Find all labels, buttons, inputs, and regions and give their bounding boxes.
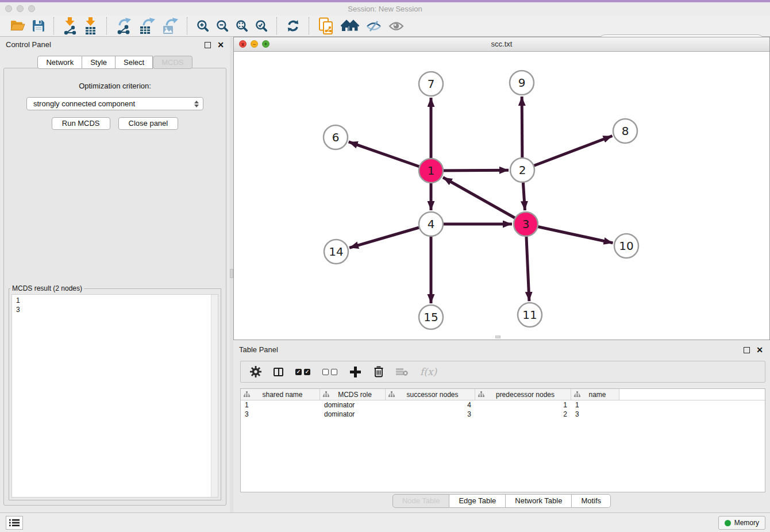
close-panel-icon[interactable]: ✕ (217, 41, 224, 48)
clone-network-button[interactable] (318, 17, 334, 35)
tab-network-table[interactable]: Network Table (506, 494, 572, 508)
table-cell[interactable]: 1 (571, 401, 619, 409)
tab-node-table[interactable]: Node Table (392, 494, 450, 508)
import-network-button[interactable] (63, 17, 77, 35)
gear-icon (250, 366, 261, 377)
run-mcds-button[interactable]: Run MCDS (52, 117, 110, 130)
edge-3-10[interactable] (526, 224, 613, 243)
node-14[interactable] (324, 240, 348, 264)
first-neighbors-button[interactable] (341, 20, 359, 32)
node-6[interactable] (324, 125, 348, 149)
table-cell[interactable]: dominator (320, 410, 386, 418)
tab-style[interactable]: Style (82, 56, 116, 69)
task-history-button[interactable] (6, 516, 23, 530)
table-cell[interactable]: dominator (320, 401, 386, 409)
zoom-selected-button[interactable] (255, 20, 268, 32)
table-row[interactable]: 3dominator323 (241, 410, 765, 419)
refresh-button[interactable] (286, 19, 300, 33)
hide-selected-button[interactable] (366, 20, 382, 32)
table-row[interactable]: 1dominator411 (241, 400, 765, 410)
network-maximize-button[interactable]: + (262, 40, 270, 48)
table-body: 1dominator4113dominator323 (241, 400, 765, 419)
network-minimize-button[interactable]: – (251, 40, 258, 48)
node-4[interactable] (419, 212, 443, 236)
open-session-button[interactable] (10, 20, 25, 32)
trash-icon (374, 366, 384, 377)
show-all-button[interactable] (388, 21, 404, 32)
node-15[interactable] (419, 305, 443, 329)
node-11[interactable] (518, 303, 542, 327)
attribute-tree-icon (388, 391, 395, 398)
close-table-panel-icon[interactable]: ✕ (756, 346, 763, 353)
zoom-fit-button[interactable] (236, 20, 248, 32)
node-2[interactable] (510, 158, 534, 182)
zoom-in-button[interactable] (197, 20, 209, 32)
network-title: scc.txt (234, 37, 769, 51)
float-table-panel-icon[interactable] (744, 347, 750, 353)
optimization-criterion-dropdown[interactable]: strongly connected component (26, 97, 203, 110)
refresh-icon (286, 19, 300, 33)
import-network-icon (63, 17, 77, 35)
tab-mcds[interactable]: MCDS (153, 56, 192, 69)
import-table-button[interactable] (84, 17, 98, 35)
zoom-out-button[interactable] (216, 20, 229, 32)
edge-3-1[interactable] (443, 178, 526, 224)
column-header-name[interactable]: name (571, 389, 619, 400)
select-all-button[interactable]: ✓ ✓ (295, 369, 310, 375)
control-panel-header: Control Panel ✕ (0, 37, 230, 53)
float-panel-icon[interactable] (205, 42, 211, 48)
close-panel-button[interactable]: Close panel (118, 117, 179, 130)
column-header-predecessor-nodes[interactable]: predecessor nodes (475, 389, 571, 400)
network-window: x – + scc.txt 7968124314101511 (233, 37, 770, 340)
split-panel-icon[interactable] (274, 368, 283, 376)
table-panel-header: Table Panel ✕ (233, 342, 770, 357)
session-title: Session: New Session (0, 2, 770, 16)
table-cell[interactable]: 3 (241, 410, 320, 418)
export-network-button[interactable] (116, 17, 132, 34)
mcds-panel: Optimization criterion: strongly connect… (3, 68, 226, 506)
network-close-button[interactable]: x (239, 40, 247, 48)
main-titlebar: Session: New Session (0, 2, 770, 16)
table-cell[interactable]: 1 (241, 401, 320, 409)
table-cell[interactable]: 3 (386, 410, 475, 418)
table-cell[interactable]: 4 (386, 401, 475, 409)
column-header-successor-nodes[interactable]: successor nodes (386, 389, 475, 400)
add-column-button[interactable] (349, 366, 361, 378)
save-session-button[interactable] (32, 20, 45, 32)
network-window-titlebar[interactable]: x – + scc.txt (234, 37, 769, 52)
export-image-button[interactable] (162, 17, 178, 34)
table-cell[interactable]: 3 (571, 410, 619, 418)
node-7[interactable] (419, 72, 443, 96)
export-table-button[interactable] (139, 17, 155, 34)
tab-edge-table[interactable]: Edge Table (449, 494, 506, 508)
node-1[interactable] (419, 159, 443, 183)
close-window-button[interactable] (5, 5, 12, 12)
table-tabs: Node TableEdge TableNetwork TableMotifs (233, 494, 770, 508)
delete-table-button[interactable] (396, 368, 408, 376)
zoom-window-button[interactable] (28, 5, 35, 12)
tab-motifs[interactable]: Motifs (572, 494, 611, 508)
zoom-out-icon (216, 20, 229, 32)
column-header-mcds-role[interactable]: MCDS role (320, 389, 386, 400)
tab-network[interactable]: Network (37, 56, 82, 69)
minimize-window-button[interactable] (17, 5, 24, 12)
node-10[interactable] (614, 234, 638, 258)
node-3[interactable] (514, 212, 538, 236)
table-cell[interactable]: 2 (475, 410, 571, 418)
mcds-result-area[interactable]: 1 3 (11, 294, 218, 498)
memory-button[interactable]: Memory (718, 516, 765, 530)
table-settings-button[interactable] (250, 366, 261, 377)
node-9[interactable] (510, 71, 534, 95)
function-builder-button[interactable]: f(x) (420, 366, 437, 377)
network-bottom-grip[interactable] (495, 336, 500, 338)
node-8[interactable] (613, 119, 637, 143)
deselect-all-button[interactable] (322, 369, 337, 375)
column-header-shared-name[interactable]: shared name (241, 389, 320, 400)
result-scrollbar[interactable] (211, 295, 218, 497)
table-cell[interactable]: 1 (475, 401, 571, 409)
network-canvas[interactable]: 7968124314101511 (234, 51, 769, 340)
edge-2-8[interactable] (522, 136, 613, 170)
edge-1-6[interactable] (349, 142, 431, 171)
tab-select[interactable]: Select (116, 56, 153, 69)
delete-column-button[interactable] (374, 366, 384, 377)
